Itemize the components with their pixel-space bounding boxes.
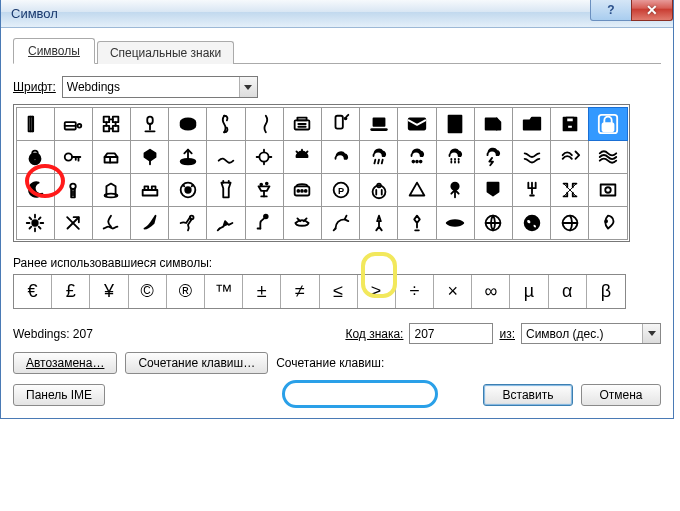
symbol-cell[interactable] — [16, 140, 55, 174]
symbol-cell[interactable] — [54, 107, 93, 141]
symbol-cell[interactable] — [206, 173, 245, 207]
symbol-cell[interactable] — [512, 107, 551, 141]
symbol-cell[interactable] — [54, 140, 93, 174]
recent-symbol-cell[interactable]: × — [434, 275, 472, 308]
recent-symbol-cell[interactable]: ™ — [205, 275, 243, 308]
symbol-cell[interactable] — [359, 107, 398, 141]
symbol-cell[interactable] — [359, 140, 398, 174]
symbol-cell[interactable] — [245, 107, 284, 141]
recent-symbol-cell[interactable]: β — [587, 275, 625, 308]
recent-symbol-cell[interactable]: ≠ — [281, 275, 319, 308]
recent-symbol-cell[interactable]: ± — [243, 275, 281, 308]
symbol-cell[interactable] — [168, 140, 207, 174]
font-input[interactable] — [63, 80, 239, 94]
symbol-cell[interactable] — [359, 206, 398, 240]
symbol-cell[interactable] — [474, 107, 513, 141]
tab-special-label: Специальные знаки — [110, 46, 221, 60]
symbol-cell[interactable] — [512, 140, 551, 174]
shortcut-key-button[interactable]: Сочетание клавиш… — [125, 352, 268, 374]
symbol-cell[interactable] — [550, 107, 589, 141]
close-button[interactable]: ✕ — [631, 0, 673, 21]
tab-special-chars[interactable]: Специальные знаки — [97, 41, 234, 64]
symbol-cell[interactable] — [588, 206, 627, 240]
symbol-cell[interactable] — [397, 206, 436, 240]
recent-symbol-cell[interactable]: © — [129, 275, 167, 308]
symbol-cell[interactable] — [588, 140, 627, 174]
symbol-cell[interactable] — [54, 173, 93, 207]
recent-symbol-cell[interactable]: ® — [167, 275, 205, 308]
svg-point-55 — [261, 183, 263, 185]
symbol-cell[interactable] — [92, 206, 131, 240]
symbol-cell[interactable] — [245, 173, 284, 207]
insert-button[interactable]: Вставить — [483, 384, 573, 406]
symbol-cell[interactable] — [512, 173, 551, 207]
symbol-cell[interactable] — [168, 173, 207, 207]
recent-symbol-cell[interactable]: ¥ — [90, 275, 128, 308]
symbol-cell[interactable] — [436, 206, 475, 240]
symbol-cell[interactable] — [16, 107, 55, 141]
symbol-cell[interactable] — [397, 140, 436, 174]
symbol-cell[interactable] — [588, 173, 627, 207]
recent-symbol-cell[interactable]: € — [14, 275, 52, 308]
symbol-cell[interactable] — [550, 206, 589, 240]
symbol-cell[interactable] — [588, 107, 627, 141]
tab-symbols[interactable]: Символы — [13, 38, 95, 64]
from-combobox[interactable]: Символ (дес.) — [521, 323, 661, 344]
recent-symbol-cell[interactable]: µ — [510, 275, 548, 308]
recent-symbol-cell[interactable]: ≤ — [320, 275, 358, 308]
recent-symbol-cell[interactable]: ≥ — [358, 275, 396, 308]
symbol-cell[interactable] — [206, 107, 245, 141]
symbol-cell[interactable] — [92, 107, 131, 141]
char-code-input[interactable] — [409, 323, 493, 344]
symbol-cell[interactable] — [130, 206, 169, 240]
symbol-cell[interactable] — [474, 206, 513, 240]
symbol-cell[interactable] — [436, 140, 475, 174]
symbol-cell[interactable] — [321, 107, 360, 141]
symbol-cell[interactable] — [283, 206, 322, 240]
recent-symbol-cell[interactable]: ÷ — [396, 275, 434, 308]
symbol-cell[interactable] — [168, 107, 207, 141]
symbol-cell[interactable] — [130, 140, 169, 174]
symbol-cell[interactable] — [16, 206, 55, 240]
symbol-cell[interactable] — [550, 173, 589, 207]
from-value: Символ (дес.) — [522, 327, 642, 341]
symbol-cell[interactable] — [474, 140, 513, 174]
symbol-cell[interactable] — [474, 173, 513, 207]
symbol-cell[interactable] — [168, 206, 207, 240]
recent-symbol-cell[interactable]: £ — [52, 275, 90, 308]
symbol-cell[interactable] — [283, 140, 322, 174]
svg-point-68 — [32, 220, 38, 226]
symbol-cell[interactable] — [54, 206, 93, 240]
symbol-cell[interactable] — [321, 206, 360, 240]
symbol-cell[interactable] — [321, 140, 360, 174]
symbol-cell[interactable] — [92, 173, 131, 207]
symbol-cell[interactable] — [206, 206, 245, 240]
symbol-cell[interactable] — [130, 107, 169, 141]
symbol-cell[interactable] — [245, 206, 284, 240]
cancel-button[interactable]: Отмена — [581, 384, 661, 406]
symbol-cell[interactable] — [436, 173, 475, 207]
symbol-cell[interactable] — [550, 140, 589, 174]
symbol-cell[interactable] — [359, 173, 398, 207]
symbol-cell[interactable] — [92, 140, 131, 174]
recent-symbol-cell[interactable]: α — [549, 275, 587, 308]
symbol-cell[interactable] — [283, 173, 322, 207]
symbol-cell[interactable] — [16, 173, 55, 207]
ime-panel-button[interactable]: Панель IME — [13, 384, 105, 406]
recent-symbol-cell[interactable]: ∞ — [472, 275, 510, 308]
symbol-cell[interactable]: P — [321, 173, 360, 207]
svg-point-69 — [190, 215, 194, 219]
symbol-cell[interactable] — [397, 107, 436, 141]
from-dropdown-button[interactable] — [642, 324, 660, 343]
font-combobox[interactable] — [62, 76, 258, 98]
symbol-cell[interactable] — [436, 107, 475, 141]
symbol-cell[interactable] — [130, 173, 169, 207]
autocorrect-button[interactable]: Автозамена… — [13, 352, 117, 374]
help-button[interactable]: ? — [590, 0, 632, 21]
symbol-cell[interactable] — [206, 140, 245, 174]
font-dropdown-button[interactable] — [239, 77, 257, 97]
symbol-cell[interactable] — [283, 107, 322, 141]
symbol-cell[interactable] — [245, 140, 284, 174]
symbol-cell[interactable] — [512, 206, 551, 240]
symbol-cell[interactable] — [397, 173, 436, 207]
